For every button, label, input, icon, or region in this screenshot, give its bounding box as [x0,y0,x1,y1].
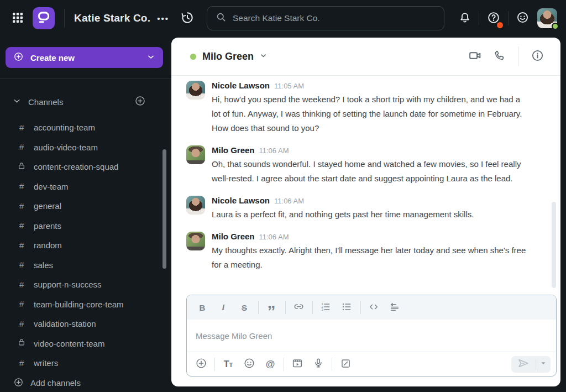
video-camera-icon [468,49,482,64]
bell-icon [458,11,471,26]
ordered-list-button[interactable]: 123 [317,299,334,316]
attach-button[interactable] [192,356,210,373]
user-status-dot [552,23,559,30]
chat-scrollbar[interactable] [552,202,556,288]
message: Nicole Lawson11:05 AM Hi, how'd you spen… [186,81,527,135]
plus-circle-icon [195,357,207,371]
video-message-button[interactable] [289,356,306,373]
channel-item[interactable]: #parents [0,216,164,236]
topbar-actions [458,8,557,28]
channel-item[interactable]: content-creation-squad [0,157,164,177]
channels-section-header: Channels [0,92,171,112]
hash-icon: # [17,358,27,368]
send-icon [517,357,530,372]
workspace-name[interactable]: Katie Stark Co. [74,12,150,24]
lock-icon [17,161,27,173]
channel-list: #accounting-team #audio-video-team conte… [0,118,164,373]
channel-item[interactable]: video-content-team [0,334,164,354]
avatar[interactable] [186,81,205,100]
link-button[interactable] [290,299,307,316]
chevron-down-icon [259,51,268,62]
text-format-button[interactable]: TT [219,356,237,373]
message-timestamp: 11:05 AM [274,82,304,90]
code-block-button[interactable] [386,299,403,316]
channel-item[interactable]: #writers [0,353,164,373]
bold-button[interactable]: B [194,299,211,316]
channel-item[interactable]: #support-n-success [0,275,164,295]
channel-item[interactable]: #sales [0,255,164,275]
channel-item[interactable]: #general [0,196,164,216]
avatar[interactable] [186,196,205,215]
create-new-button[interactable]: Create new [6,47,163,68]
avatar[interactable] [186,232,205,250]
set-status-button[interactable] [516,11,530,26]
code-button[interactable] [365,299,382,316]
history-button[interactable] [180,11,195,27]
text-format-icon: TT [224,359,233,369]
chat-title[interactable]: Milo Green [202,51,254,62]
slash-commands-button[interactable] [337,356,354,373]
pumble-logo[interactable] [33,7,55,29]
avatar[interactable] [186,145,205,164]
channel-item[interactable]: #random [0,236,164,255]
message-timestamp: 11:06 AM [259,233,289,241]
workspace-more-button[interactable]: ••• [157,14,169,23]
add-channel-plus-button[interactable] [134,95,146,108]
online-status-dot [190,54,196,60]
create-new-label: Create new [30,53,75,62]
send-button[interactable] [511,356,536,373]
voice-call-button[interactable] [489,46,509,66]
channels-collapse-button[interactable] [12,96,22,107]
mention-button[interactable]: @ [261,356,279,373]
chat-tools [465,46,547,66]
channel-item[interactable]: #accounting-team [0,118,164,138]
phone-icon [493,49,506,64]
toolbar-divider [360,301,361,314]
audio-message-button[interactable] [310,356,327,373]
details-button[interactable] [527,46,547,66]
channel-item[interactable]: #dev-team [0,177,164,197]
user-avatar[interactable] [537,8,557,28]
message-author[interactable]: Milo Green [212,145,255,155]
topbar-divider [64,9,65,28]
message-author[interactable]: Milo Green [212,232,255,241]
search-icon [216,12,227,25]
emoji-button[interactable] [240,356,258,373]
bulleted-list-button[interactable] [338,299,355,316]
code-icon [368,301,379,314]
message-timestamp: 11:06 AM [274,197,304,205]
message-timestamp: 11:06 AM [259,147,289,155]
topbar-divider [508,11,509,25]
hash-icon: # [17,260,27,270]
notifications-button[interactable] [458,11,471,26]
message-input[interactable] [196,331,547,341]
slash-square-icon [340,358,352,371]
channel-item[interactable]: #audio-video-team [0,138,164,158]
header-divider [518,46,518,66]
search-input[interactable] [233,13,436,23]
blockquote-button[interactable]: ” [263,299,280,316]
add-channels-button[interactable]: Add channels [0,373,164,392]
apps-grid-button[interactable] [11,11,24,26]
history-icon [180,11,195,27]
search-bar [207,6,444,30]
send-options-button[interactable] [536,356,551,373]
chevron-down-icon [540,360,547,368]
sidebar-scrollbar[interactable] [163,149,166,269]
video-call-button[interactable] [465,46,485,66]
strikethrough-button[interactable]: S [236,299,253,316]
apps-grid-icon [11,11,24,26]
message-text: Laura is a perfect fit, and nothing gets… [212,207,474,222]
chat-header: Milo Green [171,38,560,76]
message-author[interactable]: Nicole Lawson [212,81,270,90]
italic-button[interactable]: I [215,299,232,316]
help-button[interactable] [486,11,501,27]
message-author[interactable]: Nicole Lawson [212,196,270,205]
toolbar-divider [312,301,313,314]
send-button-group [511,356,551,373]
channel-item[interactable]: #validation-station [0,314,164,334]
channel-item[interactable]: #team-building-core-team [0,295,164,315]
ordered-list-icon: 123 [320,301,331,314]
message: Nicole Lawson11:06 AM Laura is a perfect… [186,196,527,222]
emoji-status-icon [516,11,530,26]
